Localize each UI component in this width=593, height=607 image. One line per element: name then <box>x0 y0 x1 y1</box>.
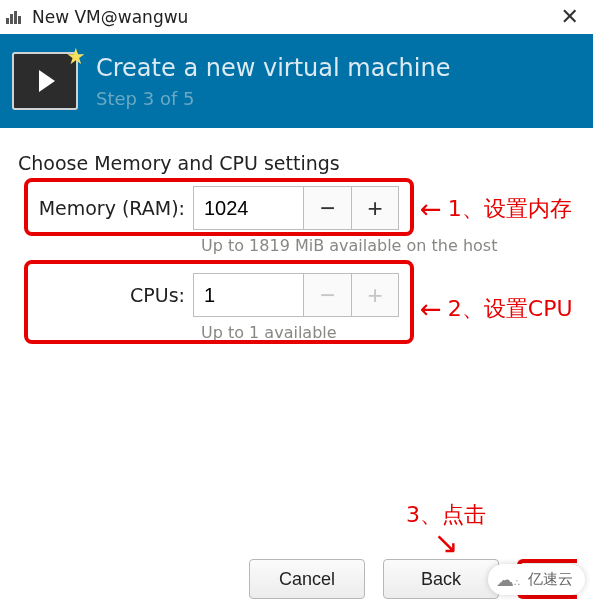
cpus-hint: Up to 1 available <box>201 323 575 342</box>
annotation-1-label: 1、设置内存 <box>448 194 572 224</box>
header-title: Create a new virtual machine <box>96 54 450 82</box>
annotation-2-label: 2、设置CPU <box>448 294 573 324</box>
memory-input[interactable] <box>193 186 303 230</box>
watermark-label: 亿速云 <box>528 570 573 589</box>
arrow-left-icon: ← <box>420 294 442 324</box>
arrow-down-icon: ↘ <box>433 530 458 556</box>
memory-label: Memory (RAM): <box>18 197 193 219</box>
back-button[interactable]: Back <box>383 559 499 599</box>
vm-play-icon: ★ <box>12 52 78 110</box>
memory-hint: Up to 1819 MiB available on the host <box>201 236 575 255</box>
cpus-spinner: − + <box>193 273 399 317</box>
watermark: ☁∴ 亿速云 <box>488 564 585 595</box>
cpus-increment-button[interactable]: + <box>351 273 399 317</box>
cancel-button[interactable]: Cancel <box>249 559 365 599</box>
annotation-3: 3、点击 ↘ <box>406 500 486 556</box>
annotation-1: ← 1、设置内存 <box>420 194 572 224</box>
section-title: Choose Memory and CPU settings <box>18 152 575 174</box>
arrow-left-icon: ← <box>420 194 442 224</box>
close-icon[interactable]: ✕ <box>557 4 583 29</box>
cloud-icon: ☁∴ <box>496 569 522 590</box>
memory-decrement-button[interactable]: − <box>303 186 351 230</box>
app-icon <box>6 10 24 24</box>
cpus-decrement-button[interactable]: − <box>303 273 351 317</box>
annotation-2: ← 2、设置CPU <box>420 294 573 324</box>
window-title: New VM@wangwu <box>32 7 557 27</box>
cpus-label: CPUs: <box>18 284 193 306</box>
header-step: Step 3 of 5 <box>96 88 450 109</box>
wizard-header: ★ Create a new virtual machine Step 3 of… <box>0 34 593 128</box>
memory-increment-button[interactable]: + <box>351 186 399 230</box>
memory-spinner: − + <box>193 186 399 230</box>
titlebar: New VM@wangwu ✕ <box>0 0 593 34</box>
cpus-input[interactable] <box>193 273 303 317</box>
content-area: Choose Memory and CPU settings Memory (R… <box>0 128 593 368</box>
